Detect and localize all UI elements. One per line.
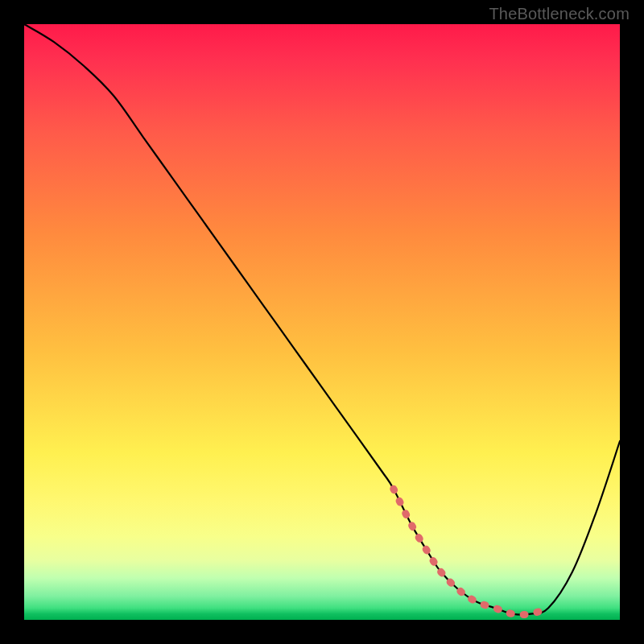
bottleneck-curve xyxy=(24,24,620,620)
plot-area xyxy=(24,24,620,620)
attribution-label: TheBottleneck.com xyxy=(489,5,630,23)
chart-container: TheBottleneck.com xyxy=(0,0,644,644)
